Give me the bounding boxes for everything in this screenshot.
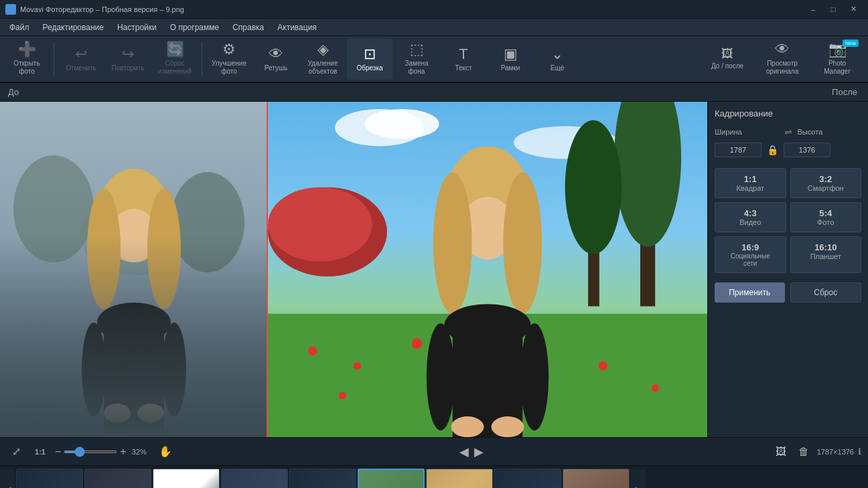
before-label: До	[0, 87, 281, 97]
apply-button[interactable]: Применить	[715, 282, 785, 303]
menu-about[interactable]: О программе	[163, 20, 226, 35]
menu-activate[interactable]: Активация	[271, 20, 323, 35]
enhance-button[interactable]: ⚙ Улучшение фото	[206, 38, 252, 80]
preset-1-1-ratio: 1:1	[718, 174, 783, 184]
filmstrip-thumb-6[interactable]	[358, 469, 425, 489]
bottom-right: 🖼 🗑 1787×1376 ℹ	[772, 442, 861, 461]
view-original-button[interactable]: 👁 Просмотр оригинала	[755, 38, 809, 80]
next-image-button[interactable]: ▶	[474, 444, 484, 459]
zoom-slider-wrap: − +	[55, 446, 127, 458]
text-button[interactable]: T Текст	[441, 38, 486, 80]
preset-4-3[interactable]: 4:3 Видео	[715, 202, 786, 232]
filmstrip-thumb-2[interactable]	[84, 469, 151, 489]
values-row: 🔒	[715, 143, 861, 157]
width-input[interactable]	[715, 143, 762, 157]
preset-16-10-ratio: 16:10	[794, 242, 859, 252]
after-panel	[268, 102, 707, 437]
filmstrip-thumb-8[interactable]	[494, 469, 561, 489]
bg-replace-button[interactable]: ⬚ Замена фона	[394, 38, 439, 80]
filmstrip-thumb-4[interactable]	[221, 469, 288, 489]
preset-16-9-ratio: 16:9	[718, 242, 783, 252]
toolbar-separator-2	[202, 42, 202, 76]
svg-point-8	[147, 189, 181, 309]
svg-point-1	[13, 155, 94, 262]
svg-point-25	[308, 347, 317, 355]
menu-edit[interactable]: Редактирование	[36, 20, 111, 35]
preset-16-9[interactable]: 16:9 Социальные сети	[715, 236, 786, 273]
svg-point-41	[451, 416, 484, 437]
svg-point-21	[565, 120, 622, 254]
undo-button[interactable]: ↩ Отменить	[58, 38, 104, 80]
svg-rect-4	[104, 316, 164, 436]
zoom-slider[interactable]	[64, 451, 117, 453]
svg-point-39	[427, 323, 455, 430]
dimensions-row: Ширина ⇌ Высота	[715, 127, 861, 137]
filmstrip-prev-button[interactable]: ◀	[0, 469, 15, 489]
frames-button[interactable]: ▣ Рамки	[488, 38, 533, 80]
hand-tool-button[interactable]: ✋	[159, 445, 172, 458]
nav-center: ◀ ▶	[177, 444, 766, 459]
reset-crop-button[interactable]: Сброс	[790, 282, 862, 303]
filmstrip-next-button[interactable]: ▶	[631, 469, 646, 489]
preset-5-4-ratio: 5:4	[794, 208, 859, 218]
menu-file[interactable]: Файл	[3, 20, 36, 35]
image-type-button[interactable]: 🖼	[772, 442, 790, 461]
photo-manager-button[interactable]: New 📷 Photo Manager	[810, 38, 864, 80]
close-button[interactable]: ✕	[844, 3, 863, 16]
height-input[interactable]	[784, 143, 830, 157]
preset-16-10[interactable]: 16:10 Планшет	[790, 236, 862, 273]
remove-label: Удаление объектов	[307, 60, 338, 76]
undo-label: Отменить	[66, 64, 96, 72]
open-photo-button[interactable]: ➕ Открыть фото	[4, 38, 50, 80]
original-label: Просмотр оригинала	[766, 60, 798, 76]
retouch-icon: 👁	[269, 47, 283, 62]
crop-presets: 1:1 Квадрат 3:2 Смартфон 4:3 Видео 5:4 Ф…	[715, 168, 861, 273]
window-title: Movavi Фоторедактор – Пробная версия – 9…	[20, 5, 184, 13]
zoom-1-1-button[interactable]: 1:1	[31, 442, 50, 461]
svg-point-11	[162, 323, 186, 416]
retouch-button[interactable]: 👁 Ретушь	[253, 38, 299, 80]
reset-button[interactable]: 🔄 Сброс изменений	[152, 38, 198, 80]
text-label: Текст	[455, 64, 472, 72]
svg-point-38	[445, 304, 531, 345]
filmstrip: ◀ ▶	[0, 465, 868, 488]
image-dimensions: 1787×1376	[817, 448, 854, 456]
preset-5-4[interactable]: 5:4 Фото	[790, 202, 862, 232]
remove-objects-button[interactable]: ◈ Удаление объектов	[300, 38, 346, 80]
filmstrip-thumb-1[interactable]	[16, 469, 83, 489]
menu-settings[interactable]: Настройки	[111, 20, 163, 35]
fit-screen-button[interactable]: ⤢	[7, 442, 25, 461]
filmstrip-thumb-5[interactable]	[289, 469, 356, 489]
right-panel: Кадрирование Ширина ⇌ Высота 🔒 1:1 Квадр…	[707, 102, 868, 437]
prev-image-button[interactable]: ◀	[459, 444, 469, 459]
new-badge: New	[843, 39, 859, 47]
preset-4-3-ratio: 4:3	[718, 208, 783, 218]
menu-help[interactable]: Справка	[226, 20, 271, 35]
preset-3-2-ratio: 3:2	[794, 174, 859, 184]
preset-1-1[interactable]: 1:1 Квадрат	[715, 168, 786, 198]
preset-3-2[interactable]: 3:2 Смартфон	[790, 168, 862, 198]
filmstrip-thumb-3[interactable]	[153, 469, 220, 489]
filmstrip-thumb-7[interactable]	[426, 469, 493, 489]
zoom-plus-button[interactable]: +	[120, 446, 126, 458]
filmstrip-thumb-9[interactable]	[563, 469, 630, 489]
after-label: После	[281, 87, 868, 97]
more-button[interactable]: ⌄ Ещё	[534, 38, 580, 80]
maximize-button[interactable]: □	[824, 3, 843, 16]
undo-icon: ↩	[75, 47, 87, 62]
minimize-button[interactable]: –	[804, 3, 822, 16]
before-after-bar: До После	[0, 83, 868, 102]
redo-button[interactable]: ↪ Повторить	[105, 38, 151, 80]
preset-3-2-name: Смартфон	[794, 184, 859, 192]
preset-4-3-name: Видео	[718, 218, 783, 226]
info-button[interactable]: ℹ	[858, 446, 861, 457]
delete-image-button[interactable]: 🗑	[794, 442, 813, 461]
svg-point-9	[97, 303, 171, 343]
zoom-minus-button[interactable]: −	[55, 446, 61, 458]
crop-button[interactable]: ⊡ Обрезка	[347, 38, 392, 80]
svg-point-26	[354, 362, 361, 370]
zoom-percentage: 32%	[132, 448, 153, 456]
before-after-button[interactable]: 🖼 До / после	[701, 38, 754, 80]
text-icon: T	[459, 47, 467, 62]
after-image	[268, 102, 707, 437]
